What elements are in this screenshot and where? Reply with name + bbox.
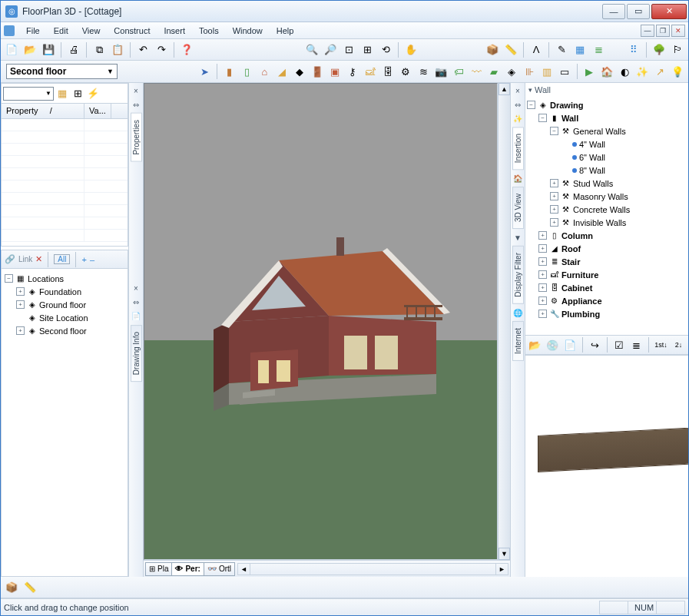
run-icon[interactable]: ▶: [581, 63, 598, 80]
property-filter-select[interactable]: ▼: [3, 87, 54, 101]
open-file-icon[interactable]: 📂: [22, 41, 38, 58]
delete-icon[interactable]: ✕: [35, 254, 42, 264]
horizontal-scrollbar[interactable]: ◄ ►: [237, 563, 508, 575]
tree-wall-group[interactable]: +⚒Stud Walls: [527, 177, 687, 190]
tree-cat[interactable]: +🛋Furniture: [527, 268, 687, 281]
info-icon[interactable]: 📄: [131, 311, 141, 322]
tab-ortho[interactable]: 👓Ortl: [204, 562, 235, 576]
tag-tool-icon[interactable]: 🏷: [451, 63, 467, 80]
tab-insertion[interactable]: Insertion: [512, 127, 524, 170]
zoom-in-icon[interactable]: 🔍: [303, 41, 320, 58]
fence-tool-icon[interactable]: ⊪: [522, 63, 538, 80]
cabinet-tool-icon[interactable]: 🗄: [380, 63, 396, 80]
minimize-button[interactable]: —: [602, 4, 625, 19]
close-panel-icon[interactable]: ×: [512, 85, 523, 96]
tab-3d-view[interactable]: 3D View: [512, 187, 524, 229]
collapse-panel-icon[interactable]: ⇔: [131, 297, 141, 308]
link-icon[interactable]: 🔗: [5, 254, 15, 264]
tree-cat[interactable]: +⚙Appliance: [527, 294, 687, 307]
terrain-tool-icon[interactable]: ▰: [486, 63, 502, 80]
insertion-tree[interactable]: −◈Drawing −▮Wall −⚒General Walls 4" Wall…: [525, 97, 688, 335]
tree-cat[interactable]: +≣Stair: [527, 255, 687, 268]
house-small-icon[interactable]: 🏠: [512, 173, 523, 184]
scroll-left-icon[interactable]: ◄: [238, 564, 250, 575]
tree-wall-group[interactable]: +⚒Masonry Walls: [527, 190, 687, 203]
column-tool-icon[interactable]: ▯: [239, 63, 255, 80]
lib-cd-icon[interactable]: 💿: [545, 336, 561, 353]
collapse-icon[interactable]: −: [5, 274, 13, 283]
tab-display-filter[interactable]: Display Filter: [512, 246, 524, 304]
tab-plan[interactable]: ⊞Pla: [145, 562, 172, 576]
collapse-panel-icon[interactable]: ⇔: [512, 99, 523, 110]
floor-selector[interactable]: Second floor ▼: [6, 64, 118, 79]
loc-item[interactable]: +◈Foundation: [5, 285, 126, 298]
mdi-restore[interactable]: ❐: [656, 25, 670, 37]
tab-perspective[interactable]: 👁Per:: [171, 562, 204, 576]
lib-open-icon[interactable]: 📂: [527, 336, 543, 353]
furniture-tool-icon[interactable]: 🛋: [363, 63, 379, 80]
property-col-name[interactable]: Property /: [2, 104, 84, 118]
tree-panel-icon[interactable]: 🌳: [651, 41, 667, 58]
hvac-tool-icon[interactable]: ≋: [416, 63, 432, 80]
scroll-right-icon[interactable]: ►: [495, 564, 508, 575]
tab-drawing-info[interactable]: Drawing Info: [131, 325, 142, 382]
expand-icon[interactable]: +: [16, 326, 25, 335]
window-tool-icon[interactable]: ▣: [327, 63, 343, 80]
tree-cat[interactable]: +🔧Plumbing: [527, 307, 687, 320]
menu-insert[interactable]: Insert: [157, 25, 192, 37]
help-icon[interactable]: ❓: [178, 41, 195, 58]
loc-item[interactable]: ◈Site Location: [5, 311, 126, 324]
zoom-prev-icon[interactable]: ⟲: [377, 41, 394, 58]
mdi-minimize[interactable]: —: [641, 25, 654, 37]
menu-construct[interactable]: Construct: [107, 25, 157, 37]
locations-tree[interactable]: − ▦ Locations +◈Foundation +◈Ground floo…: [2, 269, 128, 507]
save-icon[interactable]: 💾: [40, 41, 57, 58]
new-file-icon[interactable]: 📄: [3, 41, 20, 58]
add-location-icon[interactable]: +: [81, 255, 86, 264]
zoom-window-icon[interactable]: ⊡: [340, 41, 357, 58]
slab-tool-icon[interactable]: ◆: [292, 63, 308, 80]
tree-wall-group[interactable]: +⚒Invisible Walls: [527, 216, 687, 229]
pencil-icon[interactable]: ✎: [553, 41, 570, 58]
tree-wall-size[interactable]: 6" Wall: [527, 151, 687, 164]
stair-tool-icon[interactable]: ◢: [274, 63, 290, 80]
layers-icon[interactable]: ≣: [590, 41, 607, 58]
ruler-icon[interactable]: 📏: [502, 41, 519, 58]
close-panel-icon[interactable]: ×: [131, 85, 141, 96]
prop-btn3-icon[interactable]: ⚡: [86, 87, 100, 101]
flag-icon[interactable]: 🏳: [669, 41, 686, 58]
maximize-button[interactable]: ▭: [627, 4, 650, 19]
close-button[interactable]: ✕: [651, 4, 687, 19]
camera-tool-icon[interactable]: 📷: [433, 63, 449, 80]
menu-tools[interactable]: Tools: [192, 25, 226, 37]
box-bottom-icon[interactable]: 📦: [3, 579, 20, 596]
close-panel-icon[interactable]: ×: [131, 283, 141, 294]
expand-icon[interactable]: +: [16, 287, 25, 296]
text-tool-icon[interactable]: ▭: [557, 63, 573, 80]
zoom-out-icon[interactable]: 🔎: [322, 41, 339, 58]
scroll-down-icon[interactable]: ▼: [499, 548, 510, 560]
path-tool-icon[interactable]: 〰: [469, 63, 485, 80]
redo-icon[interactable]: ↷: [153, 41, 170, 58]
menu-view[interactable]: View: [75, 25, 108, 37]
light-icon[interactable]: 💡: [670, 63, 686, 80]
tree-root[interactable]: −◈Drawing: [527, 98, 687, 111]
tree-cat[interactable]: +◢Roof: [527, 242, 687, 255]
menu-window[interactable]: Window: [226, 25, 270, 37]
paste-icon[interactable]: 📋: [109, 41, 126, 58]
lib-sel-icon[interactable]: ☑: [611, 336, 627, 353]
appliance-tool-icon[interactable]: ⚙: [398, 63, 414, 80]
ruler-bottom-icon[interactable]: 📏: [22, 579, 38, 596]
wand-icon[interactable]: ✨: [634, 63, 651, 80]
prop-btn1-icon[interactable]: ▦: [55, 87, 69, 101]
door-tool-icon[interactable]: 🚪: [310, 63, 326, 80]
menu-file[interactable]: File: [19, 25, 47, 37]
loc-root[interactable]: − ▦ Locations: [5, 272, 126, 285]
copy-icon[interactable]: ⧉: [91, 41, 108, 58]
3d-viewport[interactable]: [144, 83, 498, 560]
property-col-value[interactable]: Va...: [84, 104, 111, 118]
tree-wall-size[interactable]: 4" Wall: [527, 137, 687, 151]
loc-item[interactable]: +◈Ground floor: [5, 298, 126, 311]
pan-icon[interactable]: ✋: [402, 41, 419, 58]
tree-general-walls[interactable]: −⚒General Walls: [527, 124, 687, 137]
